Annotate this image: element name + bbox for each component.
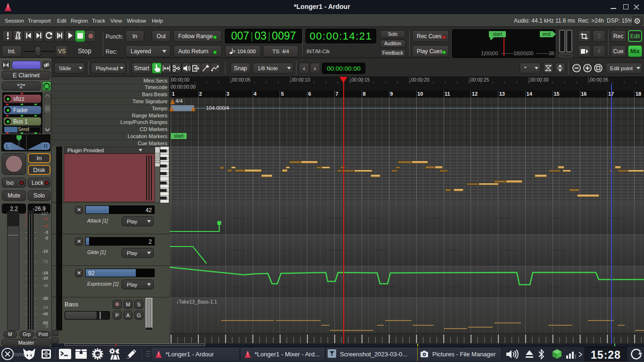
svg-text:AVL-MXE: AVL-MXE <box>93 354 102 356</box>
svg-text:L: L <box>6 143 9 150</box>
svg-text:R: R <box>43 143 48 150</box>
